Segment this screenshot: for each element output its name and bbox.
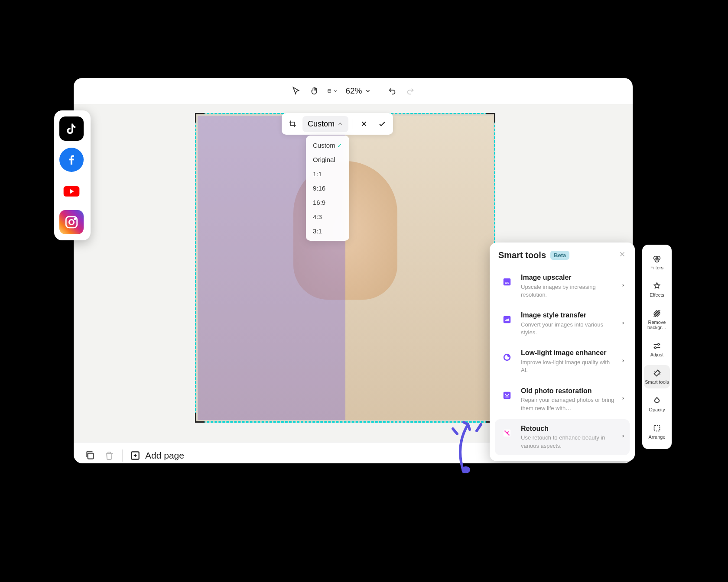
chevron-right-icon xyxy=(621,357,625,366)
retouch-icon xyxy=(499,425,515,441)
crop-option-3-1[interactable]: 3:1 xyxy=(309,224,347,238)
smart-tool-title: Image style transfer xyxy=(521,311,615,320)
crop-ratio-dropdown-button[interactable]: Custom xyxy=(302,116,348,132)
duplicate-icon[interactable] xyxy=(84,449,96,462)
facebook-icon[interactable] xyxy=(59,148,84,172)
right-tool-opacity[interactable]: Opacity xyxy=(644,393,670,416)
top-toolbar: 62% xyxy=(74,78,633,104)
svg-point-15 xyxy=(508,434,510,436)
restoration-icon xyxy=(499,388,515,403)
right-tool-label: Filters xyxy=(650,265,663,270)
smart-tool-body: Low-light image enhancerImprove low-ligh… xyxy=(521,349,615,374)
svg-point-19 xyxy=(658,344,660,346)
svg-point-14 xyxy=(504,430,506,432)
svg-point-3 xyxy=(74,218,75,220)
undo-icon[interactable] xyxy=(387,86,397,96)
crop-option-1-1[interactable]: 1:1 xyxy=(309,167,347,181)
bottom-divider xyxy=(122,449,123,462)
tiktok-icon[interactable] xyxy=(59,116,84,141)
cursor-tool-icon[interactable] xyxy=(291,86,301,96)
smart-tool-body: RetouchUse retouch to enhance beauty in … xyxy=(521,424,615,450)
right-tool-remove-bg[interactable]: Remove backgr… xyxy=(644,305,670,333)
crop-ratio-dropdown: Custom✓ Original 1:1 9:16 16:9 4:3 3:1 xyxy=(306,136,349,241)
crop-cancel-icon[interactable] xyxy=(356,116,372,132)
crop-option-4-3[interactable]: 4:3 xyxy=(309,210,347,224)
right-tool-label: Opacity xyxy=(649,407,665,412)
smart-tool-restoration[interactable]: Old photo restorationRepair your damaged… xyxy=(495,382,630,417)
svg-rect-5 xyxy=(88,453,94,459)
crop-option-16-9[interactable]: 16:9 xyxy=(309,195,347,210)
smart-tool-desc: Repair your damaged photos or bring them… xyxy=(521,396,615,412)
smart-tools-icon xyxy=(652,369,662,378)
right-tool-filters[interactable]: Filters xyxy=(644,251,670,274)
right-tool-label: Smart tools xyxy=(645,379,669,385)
right-tool-smart-tools[interactable]: Smart tools xyxy=(644,365,670,388)
smart-tools-panel: Smart tools Beta 4KImage upscalerUpscale… xyxy=(490,242,635,461)
smart-tool-title: Image upscaler xyxy=(521,273,615,282)
smart-tools-header: Smart tools Beta xyxy=(490,242,635,268)
crop-ratio-label: Custom xyxy=(308,120,335,129)
zoom-level[interactable]: 62% xyxy=(345,86,370,96)
close-icon[interactable] xyxy=(618,250,626,260)
smart-tool-desc: Use retouch to enhance beauty in various… xyxy=(521,434,615,449)
smart-tool-low-light[interactable]: Low-light image enhancerImprove low-ligh… xyxy=(495,343,630,379)
arrange-icon xyxy=(652,424,662,433)
crop-option-original[interactable]: Original xyxy=(309,152,347,167)
crop-option-custom[interactable]: Custom✓ xyxy=(309,138,347,152)
arrow-doodle xyxy=(433,407,494,476)
low-light-icon xyxy=(499,349,515,365)
smart-tool-desc: Improve low-light image quality with AI. xyxy=(521,359,615,374)
layout-tool-icon[interactable] xyxy=(327,86,338,96)
right-tool-arrange[interactable]: Arrange xyxy=(644,420,670,443)
beta-badge: Beta xyxy=(550,251,569,260)
smart-tools-list: 4KImage upscalerUpscale images by increa… xyxy=(490,268,635,461)
toolbar-divider xyxy=(379,86,379,96)
svg-point-7 xyxy=(462,466,470,473)
adjust-icon xyxy=(652,341,662,351)
right-tool-effects[interactable]: Effects xyxy=(644,278,670,301)
crop-toolbar: Custom xyxy=(282,113,393,135)
filters-icon xyxy=(652,254,662,264)
instagram-icon[interactable] xyxy=(59,210,84,234)
crop-icon[interactable] xyxy=(284,116,301,132)
smart-tools-title: Smart tools xyxy=(498,250,546,260)
smart-tool-desc: Convert your images into various styles. xyxy=(521,321,615,336)
smart-tool-retouch[interactable]: RetouchUse retouch to enhance beauty in … xyxy=(495,419,630,455)
right-tools-bar: FiltersEffectsRemove backgr…AdjustSmart … xyxy=(642,245,672,449)
smart-tool-title: Old photo restoration xyxy=(521,387,615,396)
trash-icon[interactable] xyxy=(103,449,115,462)
right-tool-label: Remove backgr… xyxy=(645,320,669,330)
opacity-icon xyxy=(652,396,662,406)
svg-text:4K: 4K xyxy=(505,281,509,285)
chevron-right-icon xyxy=(621,320,625,328)
social-platforms-bar xyxy=(54,110,91,240)
effects-icon xyxy=(652,281,662,291)
check-icon: ✓ xyxy=(337,142,342,149)
crop-confirm-icon[interactable] xyxy=(374,116,390,132)
right-tool-label: Arrange xyxy=(648,434,665,440)
chevron-right-icon xyxy=(621,395,625,404)
smart-tool-upscaler[interactable]: 4KImage upscalerUpscale images by increa… xyxy=(495,268,630,304)
smart-tool-desc: Upscale images by increasing resolution. xyxy=(521,283,615,299)
crop-handle-tr[interactable] xyxy=(486,113,495,123)
hand-tool-icon[interactable] xyxy=(309,86,319,96)
right-tool-label: Effects xyxy=(650,292,664,297)
smart-tool-body: Image upscalerUpscale images by increasi… xyxy=(521,273,615,299)
style-transfer-icon xyxy=(499,312,515,327)
crop-divider xyxy=(352,119,352,129)
right-tool-label: Adjust xyxy=(650,352,664,357)
right-tool-adjust[interactable]: Adjust xyxy=(644,338,670,361)
smart-tool-body: Image style transferConvert your images … xyxy=(521,311,615,336)
svg-point-2 xyxy=(69,220,74,224)
smart-tool-body: Old photo restorationRepair your damaged… xyxy=(521,387,615,412)
youtube-icon[interactable] xyxy=(59,179,84,203)
chevron-right-icon xyxy=(621,282,625,291)
smart-tool-title: Low-light image enhancer xyxy=(521,349,615,358)
add-page-button[interactable]: Add page xyxy=(130,450,184,461)
add-page-label: Add page xyxy=(145,450,184,461)
crop-option-9-16[interactable]: 9:16 xyxy=(309,181,347,195)
smart-tool-style-transfer[interactable]: Image style transferConvert your images … xyxy=(495,306,630,342)
remove-bg-icon xyxy=(652,309,662,318)
svg-rect-4 xyxy=(328,90,331,93)
redo-icon[interactable] xyxy=(405,86,416,96)
